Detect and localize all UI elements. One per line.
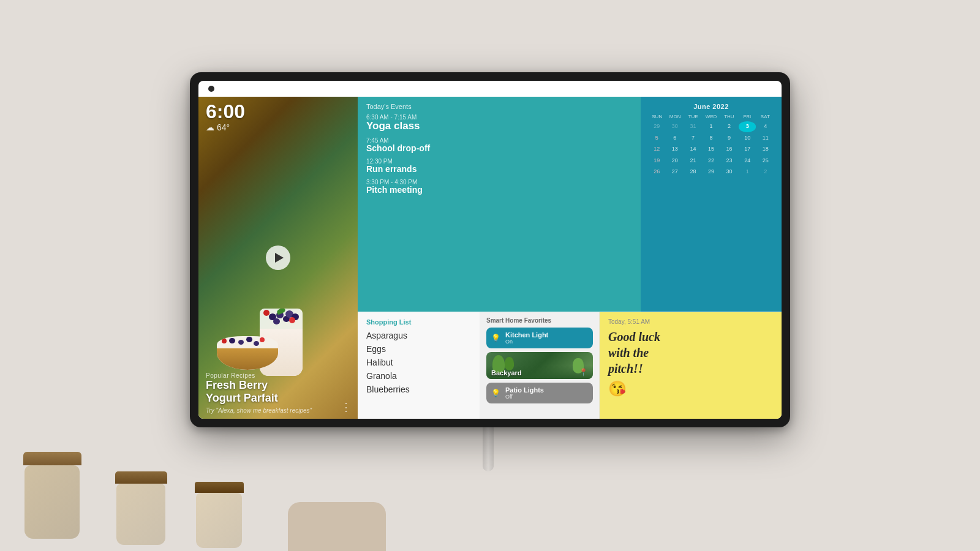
location-icon: 📍 xyxy=(579,368,588,377)
recipe-panel[interactable]: 6:00 ☁ 64° Popular Recipes Fresh Berry Y… xyxy=(198,97,358,419)
cal-cell[interactable]: 30 xyxy=(720,167,738,178)
play-button[interactable] xyxy=(266,246,290,270)
cal-cell[interactable]: 22 xyxy=(703,156,720,167)
calendar-month-year: June 2022 xyxy=(648,103,774,110)
day-label-wed: WED xyxy=(702,114,720,119)
events-title: Today's Events xyxy=(366,103,632,110)
popular-recipes-label: Popular Recipes xyxy=(206,372,312,379)
jar-2 xyxy=(116,471,167,545)
sticky-emoji: 😘 xyxy=(608,380,773,397)
cal-cell[interactable]: 7 xyxy=(684,133,702,144)
cal-cell[interactable]: 29 xyxy=(703,167,720,178)
day-label-tue: TUE xyxy=(684,114,702,119)
recipe-title: Fresh Berry Yogurt Parfait xyxy=(206,379,312,405)
jar-1 xyxy=(24,452,81,539)
cal-cell[interactable]: 4 xyxy=(756,121,774,132)
smarthome-panel: Smart Home Favorites 💡 Kitchen Light On xyxy=(480,312,600,419)
cal-cell[interactable]: 17 xyxy=(739,144,756,155)
cal-cell[interactable]: 13 xyxy=(666,144,684,155)
kitchen-light-card[interactable]: 💡 Kitchen Light On xyxy=(486,328,593,348)
time-display: 6:00 xyxy=(206,102,245,121)
right-panels: Today's Events 6:30 AM - 7:15 AM Yoga cl… xyxy=(358,97,782,419)
cal-cell[interactable]: 21 xyxy=(684,156,702,167)
echo-show-device: 6:00 ☁ 64° Popular Recipes Fresh Berry Y… xyxy=(190,72,790,427)
event-item-2[interactable]: 7:45 AM School drop-off xyxy=(366,137,632,153)
play-icon xyxy=(275,253,284,263)
cal-cell[interactable]: 9 xyxy=(720,133,738,144)
cal-cell[interactable]: 31 xyxy=(684,121,702,132)
patio-lights-status: Off xyxy=(505,394,544,400)
kitchen-light-info: Kitchen Light On xyxy=(505,331,548,345)
recipe-background: 6:00 ☁ 64° Popular Recipes Fresh Berry Y… xyxy=(198,97,358,419)
event-item-3[interactable]: 12:30 PM Run errands xyxy=(366,158,632,174)
shopping-item-2: Eggs xyxy=(366,344,471,354)
cal-cell[interactable]: 23 xyxy=(720,156,738,167)
cal-cell[interactable]: 25 xyxy=(756,156,774,167)
shopping-item-3: Halibut xyxy=(366,358,471,367)
cal-cell[interactable]: 16 xyxy=(720,144,738,155)
sticky-message: Good luck with the pitch!! xyxy=(608,329,773,377)
cal-cell[interactable]: 1 xyxy=(703,121,720,132)
cal-cell[interactable]: 19 xyxy=(648,156,666,167)
sticky-timestamp: Today, 5:51 AM xyxy=(608,318,773,325)
event-name-4: Pitch meeting xyxy=(366,186,632,195)
alexa-tip: Try "Alexa, show me breakfast recipes" xyxy=(206,407,312,414)
cal-cell[interactable]: 29 xyxy=(648,121,666,132)
cal-cell[interactable]: 28 xyxy=(684,167,702,178)
cal-cell[interactable]: 26 xyxy=(648,167,666,178)
day-label-sun: SUN xyxy=(648,114,666,119)
cal-cell[interactable]: 27 xyxy=(666,167,684,178)
event-item-1[interactable]: 6:30 AM - 7:15 AM Yoga class xyxy=(366,114,632,132)
more-options-button[interactable]: ⋮ xyxy=(341,400,353,414)
cal-cell[interactable]: 10 xyxy=(739,133,756,144)
shopping-item-5: Blueberries xyxy=(366,384,471,394)
shopping-item-4: Granola xyxy=(366,371,471,381)
patio-light-icon: 💡 xyxy=(491,389,500,397)
weather-display: ☁ 64° xyxy=(206,122,245,132)
cal-cell[interactable]: 5 xyxy=(648,133,666,144)
cal-cell[interactable]: 1 xyxy=(739,167,756,178)
kitchen-light-name: Kitchen Light xyxy=(505,331,548,339)
day-label-thu: THU xyxy=(720,114,738,119)
patio-lights-name: Patio Lights xyxy=(505,386,544,394)
event-item-4[interactable]: 3:30 PM - 4:30 PM Pitch meeting xyxy=(366,179,632,195)
cal-cell[interactable]: 15 xyxy=(703,144,720,155)
recipe-label: Popular Recipes Fresh Berry Yogurt Parfa… xyxy=(206,372,312,414)
calendar-day-labels: SUN MON TUE WED THU FRI SAT xyxy=(648,114,774,119)
events-panel: Today's Events 6:30 AM - 7:15 AM Yoga cl… xyxy=(358,97,641,312)
day-label-fri: FRI xyxy=(738,114,756,119)
cal-cell[interactable]: 2 xyxy=(720,121,738,132)
cal-cell[interactable]: 12 xyxy=(648,144,666,155)
smarthome-title: Smart Home Favorites xyxy=(486,317,593,324)
backyard-card[interactable]: Backyard 📍 xyxy=(486,352,593,379)
event-name-3: Run errands xyxy=(366,165,632,174)
screen-content: 6:00 ☁ 64° Popular Recipes Fresh Berry Y… xyxy=(198,97,782,419)
cal-cell[interactable]: 6 xyxy=(666,133,684,144)
sticky-note-panel: Today, 5:51 AM Good luck with the pitch!… xyxy=(600,312,782,419)
calendar-panel: June 2022 SUN MON TUE WED THU FRI SAT xyxy=(641,97,782,312)
cal-cell[interactable]: 20 xyxy=(666,156,684,167)
time-weather-overlay: 6:00 ☁ 64° xyxy=(206,102,245,132)
event-name-2: School drop-off xyxy=(366,144,632,153)
cal-cell[interactable]: 14 xyxy=(684,144,702,155)
bottom-row: Shopping List Asparagus Eggs Halibut Gra… xyxy=(358,312,782,419)
top-row: Today's Events 6:30 AM - 7:15 AM Yoga cl… xyxy=(358,97,782,312)
cal-cell[interactable]: 24 xyxy=(739,156,756,167)
day-label-sat: SAT xyxy=(756,114,774,119)
cal-cell[interactable]: 8 xyxy=(703,133,720,144)
screen-inner: 6:00 ☁ 64° Popular Recipes Fresh Berry Y… xyxy=(198,81,782,419)
cal-cell[interactable]: 18 xyxy=(756,144,774,155)
jar-3 xyxy=(196,482,244,548)
kitchen-light-status: On xyxy=(505,339,548,345)
calendar-grid: 29 30 31 1 2 3 4 5 6 7 8 9 xyxy=(648,121,774,178)
cal-cell[interactable]: 11 xyxy=(756,133,774,144)
patio-lights-card[interactable]: 💡 Patio Lights Off xyxy=(486,383,593,403)
cal-cell-today[interactable]: 3 xyxy=(739,121,756,132)
shopping-list-title: Shopping List xyxy=(366,318,471,326)
event-name-1: Yoga class xyxy=(366,121,632,132)
cal-cell[interactable]: 30 xyxy=(666,121,684,132)
granola-bowl xyxy=(217,336,278,370)
backyard-label: Backyard xyxy=(491,369,522,377)
cal-cell[interactable]: 2 xyxy=(756,167,774,178)
light-icon: 💡 xyxy=(491,334,500,342)
